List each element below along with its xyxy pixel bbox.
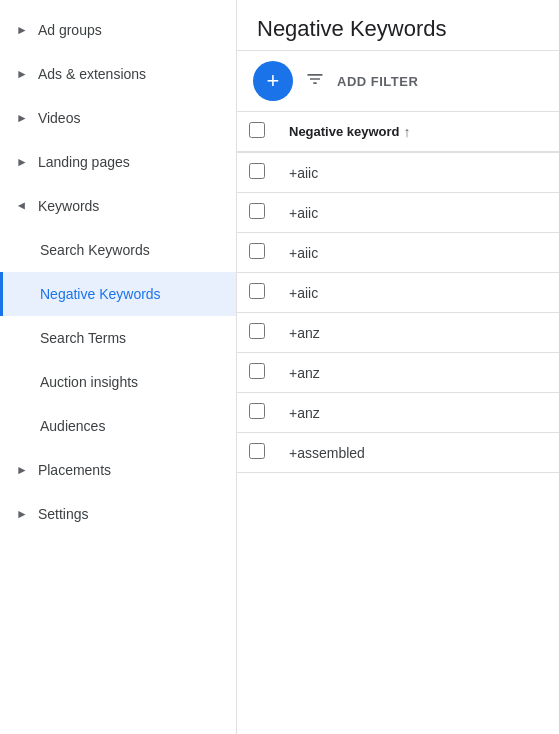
plus-icon: + (267, 68, 280, 94)
row-checkbox-cell (237, 313, 277, 353)
table-row: +aiic (237, 233, 559, 273)
table-row: +aiic (237, 273, 559, 313)
row-checkbox-cell (237, 193, 277, 233)
row-checkbox-cell (237, 393, 277, 433)
chevron-right-icon: ► (16, 67, 28, 81)
table-row: +anz (237, 313, 559, 353)
sidebar-item-label: Settings (38, 506, 89, 522)
sidebar-item-settings[interactable]: ► Settings (0, 492, 236, 536)
table-row: +aiic (237, 152, 559, 193)
row-checkbox[interactable] (249, 243, 265, 259)
chevron-right-icon: ► (16, 111, 28, 125)
table-row: +anz (237, 353, 559, 393)
page-title: Negative Keywords (257, 16, 539, 42)
sidebar-item-keywords[interactable]: ▼ Keywords (0, 184, 236, 228)
sidebar-item-ads-extensions[interactable]: ► Ads & extensions (0, 52, 236, 96)
sidebar-subitem-label: Negative Keywords (40, 286, 161, 302)
header-checkbox-cell (237, 112, 277, 152)
select-all-checkbox[interactable] (249, 122, 265, 138)
sidebar-item-landing-pages[interactable]: ► Landing pages (0, 140, 236, 184)
chevron-right-icon: ► (16, 23, 28, 37)
sidebar-item-videos[interactable]: ► Videos (0, 96, 236, 140)
keyword-cell: +aiic (277, 193, 559, 233)
filter-icon[interactable] (305, 69, 325, 94)
row-checkbox-cell (237, 273, 277, 313)
row-checkbox[interactable] (249, 403, 265, 419)
sidebar-subitem-label: Audiences (40, 418, 105, 434)
sidebar-subitem-audiences[interactable]: Audiences (0, 404, 236, 448)
sidebar-subitem-label: Search Keywords (40, 242, 150, 258)
table-body: +aiic +aiic +aiic +aiic +anz + (237, 152, 559, 473)
sidebar-item-label: Keywords (38, 198, 99, 214)
add-button[interactable]: + (253, 61, 293, 101)
sidebar-subitem-negative-keywords[interactable]: Negative Keywords (0, 272, 236, 316)
sidebar-item-label: Ads & extensions (38, 66, 146, 82)
sort-ascending-icon[interactable]: ↑ (404, 124, 411, 140)
row-checkbox[interactable] (249, 443, 265, 459)
table-container: Negative keyword ↑ +aiic +aiic +aii (237, 112, 559, 734)
row-checkbox-cell (237, 152, 277, 193)
row-checkbox[interactable] (249, 203, 265, 219)
sidebar-subitem-search-terms[interactable]: Search Terms (0, 316, 236, 360)
row-checkbox-cell (237, 433, 277, 473)
sidebar-item-label: Placements (38, 462, 111, 478)
sidebar-subitem-search-keywords[interactable]: Search Keywords (0, 228, 236, 272)
sidebar-subitem-auction-insights[interactable]: Auction insights (0, 360, 236, 404)
table-row: +anz (237, 393, 559, 433)
table-row: +assembled (237, 433, 559, 473)
table-row: +aiic (237, 193, 559, 233)
sidebar: ► Ad groups ► Ads & extensions ► Videos … (0, 0, 237, 734)
sidebar-subitem-label: Search Terms (40, 330, 126, 346)
keyword-cell: +aiic (277, 152, 559, 193)
add-filter-button[interactable]: ADD FILTER (337, 70, 418, 93)
keyword-cell: +anz (277, 313, 559, 353)
row-checkbox-cell (237, 353, 277, 393)
header-negative-keyword: Negative keyword ↑ (277, 112, 559, 152)
sidebar-item-label: Landing pages (38, 154, 130, 170)
row-checkbox-cell (237, 233, 277, 273)
main-content: Negative Keywords + ADD FILTER Negative … (237, 0, 559, 734)
sidebar-item-placements[interactable]: ► Placements (0, 448, 236, 492)
row-checkbox[interactable] (249, 363, 265, 379)
chevron-right-icon: ► (16, 507, 28, 521)
page-header: Negative Keywords (237, 0, 559, 51)
keywords-table: Negative keyword ↑ +aiic +aiic +aii (237, 112, 559, 473)
chevron-right-icon: ► (16, 463, 28, 477)
row-checkbox[interactable] (249, 323, 265, 339)
keyword-cell: +anz (277, 393, 559, 433)
toolbar: + ADD FILTER (237, 51, 559, 112)
row-checkbox[interactable] (249, 283, 265, 299)
sidebar-subitem-label: Auction insights (40, 374, 138, 390)
sidebar-item-ad-groups[interactable]: ► Ad groups (0, 8, 236, 52)
column-label-negative-keyword: Negative keyword (289, 124, 400, 139)
keyword-cell: +aiic (277, 233, 559, 273)
keyword-cell: +aiic (277, 273, 559, 313)
keyword-cell: +anz (277, 353, 559, 393)
chevron-down-icon: ▼ (15, 200, 29, 212)
sidebar-item-label: Ad groups (38, 22, 102, 38)
keyword-cell: +assembled (277, 433, 559, 473)
chevron-right-icon: ► (16, 155, 28, 169)
sidebar-item-label: Videos (38, 110, 81, 126)
row-checkbox[interactable] (249, 163, 265, 179)
table-header-row: Negative keyword ↑ (237, 112, 559, 152)
